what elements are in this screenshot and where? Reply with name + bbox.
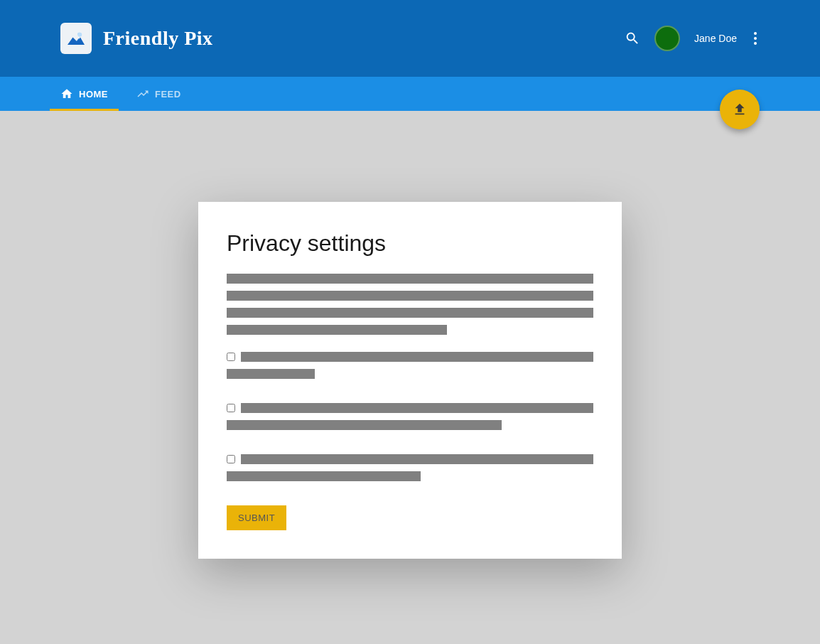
app-logo-icon xyxy=(60,23,92,54)
card-title: Privacy settings xyxy=(227,230,593,257)
privacy-checkbox-3[interactable] xyxy=(227,455,235,463)
privacy-option-2 xyxy=(227,403,593,437)
logo-section: Friendly Pix xyxy=(60,23,213,54)
home-icon xyxy=(60,87,73,100)
nav-tabs: HOME FEED xyxy=(60,77,181,111)
upload-icon xyxy=(732,102,748,117)
username-label: Jane Doe xyxy=(694,33,737,44)
app-title: Friendly Pix xyxy=(103,27,213,50)
trending-icon xyxy=(136,87,149,100)
user-avatar[interactable] xyxy=(654,26,680,51)
submit-button[interactable]: SUBMIT xyxy=(227,505,286,530)
privacy-option-3 xyxy=(227,454,593,488)
nav-tab-label: FEED xyxy=(155,89,181,100)
upload-fab[interactable] xyxy=(720,90,760,129)
nav-tab-feed[interactable]: FEED xyxy=(136,77,181,111)
privacy-checkbox-2[interactable] xyxy=(227,404,235,412)
privacy-option-1 xyxy=(227,352,593,386)
nav-tab-home[interactable]: HOME xyxy=(60,77,108,111)
description-text xyxy=(227,274,593,335)
more-menu-icon[interactable] xyxy=(751,29,760,48)
nav-bar: HOME FEED xyxy=(0,77,820,111)
app-header: Friendly Pix Jane Doe xyxy=(0,0,820,77)
privacy-settings-card: Privacy settings xyxy=(198,202,622,559)
privacy-checkbox-1[interactable] xyxy=(227,353,235,361)
nav-tab-label: HOME xyxy=(79,89,108,100)
svg-point-1 xyxy=(77,33,82,37)
page-content: Privacy settings xyxy=(0,111,820,644)
header-actions: Jane Doe xyxy=(625,26,760,51)
search-icon[interactable] xyxy=(625,31,640,46)
